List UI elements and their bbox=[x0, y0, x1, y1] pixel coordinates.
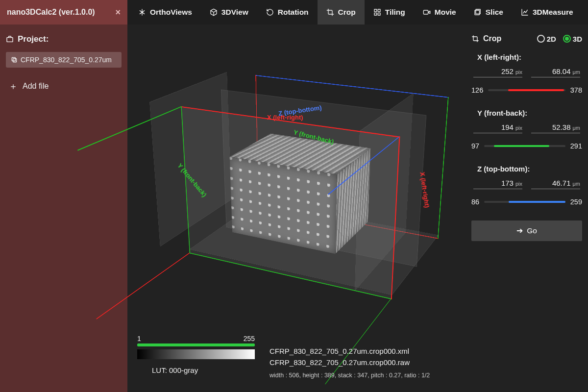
app-title: nano3DCalc2 (ver.1.0.0) bbox=[7, 8, 95, 17]
svg-rect-6 bbox=[378, 13, 380, 15]
z-min: 86 bbox=[471, 198, 479, 206]
x-range-slider[interactable] bbox=[488, 89, 565, 91]
y-um-input[interactable]: 52.38μm bbox=[531, 123, 580, 133]
arrow-right-icon: ➔ bbox=[516, 226, 523, 235]
go-button[interactable]: ➔ Go bbox=[471, 220, 582, 241]
add-file-button[interactable]: ＋ Add file bbox=[6, 76, 122, 96]
tab-tiling[interactable]: Tiling bbox=[365, 0, 414, 24]
z-pix-input[interactable]: 173pix bbox=[473, 179, 522, 189]
project-file[interactable]: CFRP_830_822_705_0.27um bbox=[6, 52, 122, 68]
sidebar: nano3DCalc2 (ver.1.0.0) × Project: CFRP_… bbox=[0, 0, 127, 392]
tab-crop[interactable]: Crop bbox=[318, 0, 365, 24]
svg-rect-0 bbox=[7, 38, 13, 42]
y-max: 291 bbox=[570, 142, 582, 150]
file-info: CFRP_830_822_705_0.27um.crop000.xml CFRP… bbox=[270, 346, 430, 380]
plus-icon: ＋ bbox=[9, 80, 18, 92]
rotate-icon bbox=[266, 8, 274, 16]
crop-icon bbox=[471, 35, 479, 43]
tab-3dview[interactable]: 3DView bbox=[201, 0, 257, 24]
svg-rect-1 bbox=[13, 59, 17, 62]
cube-icon bbox=[210, 8, 218, 16]
lut-widget[interactable]: 1 255 LUT: 000-gray bbox=[137, 335, 255, 374]
y-min: 97 bbox=[471, 142, 479, 150]
svg-rect-3 bbox=[374, 9, 377, 12]
crop-icon bbox=[326, 8, 334, 16]
x-min: 126 bbox=[471, 86, 483, 94]
y-range-slider[interactable] bbox=[484, 145, 565, 147]
lut-min: 1 bbox=[137, 335, 141, 343]
video-icon bbox=[423, 8, 431, 16]
sidebar-header: nano3DCalc2 (ver.1.0.0) × bbox=[0, 0, 127, 24]
axis-z-block: Z (top-bottom): 173pix 46.71μm 86 259 bbox=[471, 165, 582, 206]
lut-gradient bbox=[137, 349, 255, 359]
file-xml: CFRP_830_822_705_0.27um.crop000.xml bbox=[270, 346, 430, 357]
y-pix-input[interactable]: 194pix bbox=[473, 123, 522, 133]
file-meta: width : 506, height : 389, stack : 347, … bbox=[270, 371, 430, 380]
layers-icon bbox=[474, 8, 482, 16]
axis-x-block: X (left-right): 252pix 68.04μm 126 378 bbox=[471, 53, 582, 94]
z-um-input[interactable]: 46.71μm bbox=[531, 179, 580, 189]
tab-slice[interactable]: Slice bbox=[465, 0, 512, 24]
file-raw: CFRP_830_822_705_0.27um.crop000.raw bbox=[270, 357, 430, 368]
x-pix-input[interactable]: 252pix bbox=[473, 67, 522, 77]
chart-icon bbox=[521, 8, 529, 16]
lut-label: LUT: 000-gray bbox=[152, 366, 255, 374]
tab-orthoviews[interactable]: OrthoViews bbox=[129, 0, 201, 24]
svg-rect-2 bbox=[12, 57, 15, 61]
x-max: 378 bbox=[570, 86, 582, 94]
lut-max: 255 bbox=[244, 335, 255, 343]
grid-icon bbox=[373, 8, 381, 16]
mode-2d-radio[interactable]: 2D bbox=[537, 35, 556, 43]
asterisk-icon bbox=[138, 8, 146, 16]
mode-3d-radio[interactable]: 3D bbox=[563, 35, 582, 43]
tab-rotation[interactable]: Rotation bbox=[257, 0, 318, 24]
axis-y-block: Y (front-back): 194pix 52.38μm 97 291 bbox=[471, 109, 582, 150]
svg-rect-5 bbox=[374, 13, 377, 15]
z-max: 259 bbox=[570, 198, 582, 206]
project-label: Project: bbox=[6, 34, 122, 44]
main-area: OrthoViews3DViewRotationCropTilingMovieS… bbox=[127, 0, 588, 392]
tab-movie[interactable]: Movie bbox=[414, 0, 465, 24]
z-range-slider[interactable] bbox=[484, 201, 565, 203]
copy-icon bbox=[11, 56, 18, 63]
tab-bar: OrthoViews3DViewRotationCropTilingMovieS… bbox=[127, 0, 588, 24]
crop-panel: Crop 2D 3D X (left-right): 252pix 68.04μ… bbox=[466, 24, 588, 392]
svg-rect-7 bbox=[423, 10, 428, 14]
briefcase-icon bbox=[6, 35, 14, 43]
tab-3dmeasure[interactable]: 3DMeasure bbox=[512, 0, 582, 24]
viewer-3d[interactable]: X (left-right) X (left-right) Y (front-b… bbox=[127, 24, 466, 392]
x-um-input[interactable]: 68.04μm bbox=[531, 67, 580, 77]
svg-rect-4 bbox=[378, 9, 380, 12]
close-icon[interactable]: × bbox=[115, 7, 121, 18]
